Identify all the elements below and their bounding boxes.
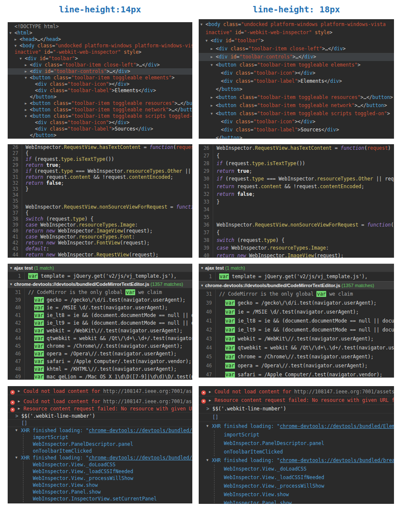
- console-xhr-header[interactable]: ▼XHR finished loading: "chrome-devtools:…: [199, 456, 394, 465]
- disclosure-triangle-icon[interactable]: ▼: [200, 264, 205, 272]
- source-line[interactable]: 37{: [8, 210, 192, 216]
- disclosure-triangle-icon[interactable]: ▼: [25, 113, 30, 119]
- disclosure-triangle-icon[interactable]: ▼: [15, 454, 21, 461]
- dom-tree-row[interactable]: ▼<body class="undocked platform-windows …: [8, 43, 192, 49]
- dom-tree-row[interactable]: ▼<div id="toolbar">: [8, 55, 192, 62]
- console-error[interactable]: ✕▶Could not load content for http://1081…: [8, 398, 192, 405]
- search-file-header[interactable]: ▼chrome-devtools://devtools/bundled/Code…: [199, 281, 394, 290]
- dom-tree-row[interactable]: ▼<button class="toolbar-item toggleable …: [8, 75, 192, 81]
- source-line[interactable]: 29return true;: [8, 162, 192, 168]
- source-line[interactable]: 30if (request.type === WebInspector.reso…: [199, 175, 394, 183]
- source-line[interactable]: 31return request.content && !request.con…: [8, 174, 192, 180]
- console-error[interactable]: ✕▶Resource content request failed: No re…: [8, 405, 192, 413]
- disclosure-triangle-icon[interactable]: ▼: [200, 20, 206, 29]
- disclosure-triangle-icon[interactable]: ▶: [18, 388, 23, 395]
- search-result-line[interactable]: 49 var mac_geLion = /Mac OS X 1\d\D([7-9…: [8, 373, 192, 380]
- source-line[interactable]: 35: [199, 213, 394, 221]
- disclosure-triangle-icon[interactable]: ▶: [209, 396, 214, 404]
- search-result-line[interactable]: 45 var chrome = /Chrome\//.test(navigato…: [199, 352, 394, 361]
- search-result-line[interactable]: 42 var ie_lt9 = ie && (document.document…: [8, 319, 192, 327]
- disclosure-triangle-icon[interactable]: ▼: [200, 282, 205, 290]
- console-error[interactable]: ✕▶Resource content request failed: No re…: [199, 396, 394, 405]
- dom-tree-row[interactable]: <div class="toolbar-icon"></div>: [8, 81, 192, 87]
- source-line[interactable]: 37{: [199, 229, 394, 236]
- source-line[interactable]: 36WebInspector.RequestView.nonSourceView…: [8, 204, 192, 210]
- dom-tree-row[interactable]: ▶<button class="toolbar-item toggleable …: [8, 107, 192, 113]
- search-result-line[interactable]: 44 var qtwebkit = webkit && /Qt\/\d+\.\d…: [8, 334, 192, 342]
- dom-tree-row[interactable]: <div class="toolbar-label">Elements</div…: [8, 87, 192, 94]
- disclosure-triangle-icon[interactable]: ▶: [25, 107, 30, 113]
- resource-link[interactable]: chrome-devtools://devtools/bundled/break…: [89, 455, 192, 461]
- console-xhr-header[interactable]: ▼XHR finished loading: "chrome-devtools:…: [8, 454, 192, 461]
- dom-tree-row[interactable]: ▼<body class="undocked platform-windows …: [199, 20, 394, 29]
- search-result-line[interactable]: 48 var khtml = /KHTML\//.test(navigator.…: [8, 365, 192, 373]
- disclosure-triangle-icon[interactable]: ▶: [211, 102, 216, 110]
- search-result-line[interactable]: 43 var webkit = /WebKit\//.test(navigato…: [8, 327, 192, 334]
- disclosure-triangle-icon[interactable]: ▶: [25, 68, 30, 75]
- search-result-line[interactable]: 47 var safari = /Apple Computer/.test(na…: [199, 370, 394, 378]
- source-line[interactable]: 36WebInspector.RequestView.nonSourceView…: [199, 221, 394, 229]
- search-result-line[interactable]: 40 var ie = /MSIE \d/.test(navigator.use…: [8, 304, 192, 311]
- dom-tree-row-selected[interactable]: ▶<div id="toolbar-controls">…</div>: [199, 53, 394, 61]
- source-line[interactable]: 44return new WebInspector.RequestView(re…: [8, 252, 192, 258]
- search-result-line[interactable]: 43 var webkit = /WebKit\//.test(navigato…: [199, 334, 394, 343]
- source-line[interactable]: 39case WebInspector.resourceTypes.Image:: [199, 244, 394, 252]
- disclosure-triangle-icon[interactable]: ▶: [25, 62, 30, 68]
- source-line[interactable]: 39case WebInspector.resourceTypes.Image:: [8, 222, 192, 228]
- console-prompt[interactable]: >$$('.webkit-line-number'): [199, 405, 394, 413]
- dom-tree-row[interactable]: </button>: [199, 85, 394, 93]
- source-line[interactable]: 34: [8, 192, 192, 198]
- search-result-line[interactable]: 41 var ie_lt8 = ie && (document.document…: [8, 311, 192, 319]
- dom-tree-row[interactable]: ▼<div id="toolbar">: [199, 37, 394, 45]
- dom-tree-row[interactable]: <div class="toolbar-icon"></div>: [8, 119, 192, 126]
- source-line[interactable]: 32return false;: [8, 180, 192, 186]
- dom-tree-row[interactable]: <div class="toolbar-label">Elements</div…: [199, 77, 394, 85]
- source-line[interactable]: 43default:: [8, 246, 192, 252]
- dom-tree-row[interactable]: <!DOCTYPE html>: [8, 23, 192, 30]
- dom-tree-row[interactable]: ▶<button class="toolbar-item toggleable …: [199, 102, 394, 110]
- dom-tree-row-selected[interactable]: ▶<div id="toolbar-controls">…</div>: [8, 68, 192, 75]
- search-result-line[interactable]: 39 var gecko = /gecko\/\d/i.test(navigat…: [199, 299, 394, 308]
- dom-tree-row[interactable]: ▼<button class="toolbar-item toggleable …: [8, 113, 192, 119]
- dom-tree-row[interactable]: </button>: [199, 134, 394, 139]
- dom-tree-row[interactable]: <div class="toolbar-icon"></div>: [199, 69, 394, 77]
- disclosure-triangle-icon[interactable]: ▼: [206, 422, 212, 430]
- disclosure-triangle-icon[interactable]: ▶: [211, 45, 216, 53]
- disclosure-triangle-icon[interactable]: ▶: [14, 36, 20, 43]
- source-line[interactable]: 38switch (request.type) {: [199, 236, 394, 244]
- search-file-header[interactable]: ▼chrome-devtools://devtools/bundled/Code…: [8, 280, 192, 288]
- console-error[interactable]: ✕▶Could not load content for http://1081…: [8, 388, 192, 395]
- disclosure-triangle-icon[interactable]: ▼: [20, 55, 25, 62]
- disclosure-triangle-icon[interactable]: ▶: [25, 100, 30, 107]
- source-line[interactable]: 38switch (request.type) {: [8, 216, 192, 222]
- dom-tree-row[interactable]: </button>: [8, 132, 192, 139]
- dom-tree-row[interactable]: <div class="toolbar-label">Sources</div>: [8, 126, 192, 132]
- dom-tree-row[interactable]: ▼<button class="toolbar-item toggleable …: [199, 110, 394, 118]
- source-line[interactable]: 26WebInspector.RequestView.hasTextConten…: [199, 144, 394, 152]
- search-file-header[interactable]: ▼ajax test (1 match): [8, 264, 192, 272]
- dom-tree-row[interactable]: ▼<button class="toolbar-item toggleable …: [199, 61, 394, 69]
- dom-tree-row[interactable]: <div class="toolbar-icon"></div>: [199, 118, 394, 126]
- search-result-line[interactable]: 46 var opera = /Opera\//.test(navigator.…: [8, 350, 192, 358]
- dom-tree-row[interactable]: ▶<div class="toolbar-item close-left">…<…: [199, 45, 394, 53]
- disclosure-triangle-icon[interactable]: ▶: [209, 388, 214, 396]
- disclosure-triangle-icon[interactable]: ▼: [9, 264, 14, 272]
- search-result-line[interactable]: 45 var chrome = /Chrome\//.test(navigato…: [8, 342, 192, 350]
- dom-tree-row[interactable]: ▶<button class="toolbar-item toggleable …: [199, 93, 394, 102]
- source-line[interactable]: 30if (request.type === WebInspector.reso…: [8, 168, 192, 174]
- source-line[interactable]: 41case WebInspector.resourceTypes.Font:: [8, 234, 192, 240]
- console-error[interactable]: ✕▶Could not load content for http://1081…: [199, 388, 394, 396]
- source-line[interactable]: 35: [8, 198, 192, 204]
- search-result-line[interactable]: 40 var ie = /MSIE \d/.test(navigator.use…: [199, 308, 394, 317]
- source-line[interactable]: 40return new WebInspector.ImageView(requ…: [8, 228, 192, 234]
- console-prompt[interactable]: >$$('.webkit-line-number'): [8, 413, 192, 420]
- search-result-line[interactable]: 1var template = jQuery.get('v2/js/vj_tem…: [199, 272, 394, 281]
- source-line[interactable]: 34: [199, 206, 394, 213]
- dom-tree-row[interactable]: ▶<button class="toolbar-item toggleable …: [8, 100, 192, 107]
- resource-link[interactable]: chrome-devtools://devtools/bundled/Eleme…: [280, 423, 394, 429]
- dom-tree-row[interactable]: </button>: [8, 94, 192, 100]
- disclosure-triangle-icon[interactable]: ▶: [18, 398, 23, 405]
- source-line[interactable]: 28if (request.type.isTextType()): [8, 156, 192, 162]
- disclosure-triangle-icon[interactable]: ▼: [206, 456, 212, 465]
- disclosure-triangle-icon[interactable]: ▶: [211, 93, 216, 102]
